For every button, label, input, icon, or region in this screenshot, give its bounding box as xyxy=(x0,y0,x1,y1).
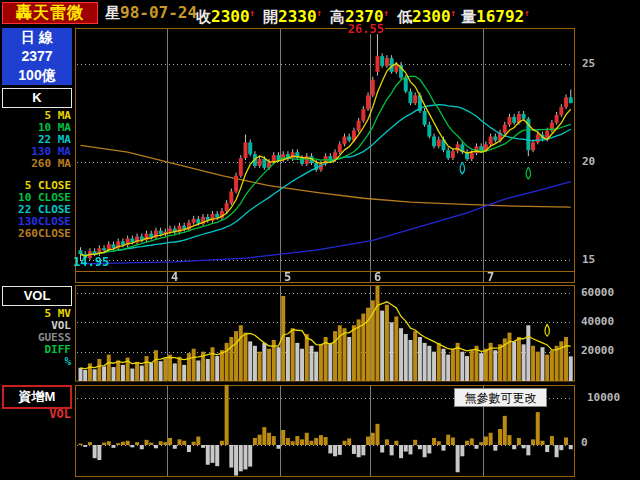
stat-volume-label: 量 xyxy=(461,8,476,25)
stat-low-value: 2300 xyxy=(412,7,451,26)
stat-close: 收2300↑ xyxy=(196,4,255,22)
stat-open-label: 開 xyxy=(263,8,278,25)
up-arrow-icon: ↑ xyxy=(524,8,529,18)
stat-low-label: 低 xyxy=(397,8,412,25)
stat-close-value: 2300 xyxy=(211,7,250,26)
vol-pane-button[interactable]: VOL xyxy=(2,286,72,306)
up-arrow-icon: ↑ xyxy=(250,8,255,18)
market-cap: 100億 xyxy=(2,66,72,85)
vol-legend-item: % xyxy=(0,356,71,368)
date-value: 98-07-24 xyxy=(120,3,197,22)
price-axis-tick: 25 xyxy=(582,58,595,69)
volume-axis-tick: 40000 xyxy=(581,316,614,327)
stat-low: 低2300↑ xyxy=(397,4,456,22)
diff-axis-tick: 10000 xyxy=(587,392,620,403)
fund-vol-label: VOL xyxy=(0,407,71,421)
x-tick-month: 5 xyxy=(284,271,291,283)
vol-legend-item: DIFF xyxy=(0,344,71,356)
x-tick-month: 4 xyxy=(171,271,178,283)
ma-legend-item: 260 MA xyxy=(0,158,71,170)
x-tick-month: 6 xyxy=(374,271,381,283)
up-arrow-icon: ↑ xyxy=(451,8,456,18)
volume-axis-tick: 60000 xyxy=(581,287,614,298)
period-label: 日 線 xyxy=(2,28,72,47)
price-axis-tick: 20 xyxy=(582,156,595,167)
stock-code: 2377 xyxy=(2,47,72,66)
stat-volume-value: 16792 xyxy=(476,7,524,26)
app-logo-button[interactable]: 轟天雷微 xyxy=(2,2,98,24)
stat-volume: 量16792↑ xyxy=(461,4,530,22)
stat-high-label: 高 xyxy=(330,8,345,25)
price-axis-tick: 15 xyxy=(582,254,595,265)
stock-info-box[interactable]: 日 線 2377 100億 xyxy=(2,28,72,85)
volume-axis-tick: 20000 xyxy=(581,345,614,356)
weekday-label: 星 xyxy=(105,4,120,21)
x-tick-month: 7 xyxy=(487,271,494,283)
tooltip: 無參數可更改 xyxy=(454,388,547,407)
up-arrow-icon: ↑ xyxy=(384,8,389,18)
date-group: 星98-07-24 xyxy=(105,4,197,22)
low-annotation: 14.95 xyxy=(73,256,109,268)
close-legend-item: 260CLOSE xyxy=(0,228,71,240)
high-annotation: 26.55 xyxy=(347,25,385,34)
close-legend: 5 CLOSE 10 CLOSE 22 CLOSE 130CLOSE 260CL… xyxy=(0,180,71,240)
vol-legend: 5 MV VOL GUESS DIFF % xyxy=(0,308,71,368)
ma-legend: 5 MA 10 MA 22 MA 130 MA 260 MA xyxy=(0,110,71,170)
fund-pane-button[interactable]: 資增M xyxy=(2,385,72,409)
stat-open: 開2330↑ xyxy=(263,4,322,22)
up-arrow-icon: ↑ xyxy=(317,8,322,18)
stock-chart-canvas[interactable] xyxy=(75,28,576,479)
k-chart-button[interactable]: K xyxy=(2,88,72,108)
stat-high: 高2370↑ xyxy=(330,4,389,22)
stat-close-label: 收 xyxy=(196,8,211,25)
app-window: 轟天雷微 星98-07-24 收2300↑ 開2330↑ 高2370↑ 低230… xyxy=(0,0,640,480)
stat-open-value: 2330 xyxy=(278,7,317,26)
diff-axis-tick: 0 xyxy=(581,437,588,448)
